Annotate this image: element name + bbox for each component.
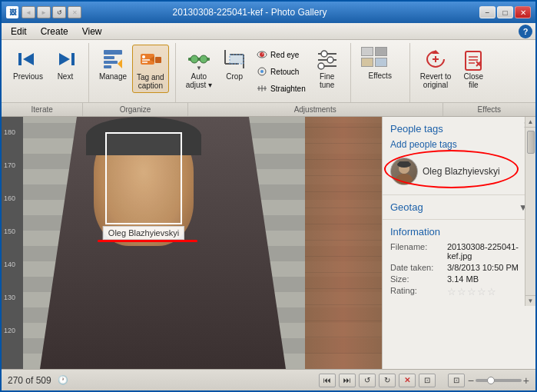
person-name: Oleg Blazhyievskyi (423, 166, 500, 177)
menu-edit[interactable]: Edit (5, 25, 33, 38)
close-file-button[interactable]: Closefile (456, 45, 490, 91)
date-value: 3/8/2013 10:50 PM (447, 263, 519, 272)
nav-last-button[interactable]: ⏭ (339, 374, 356, 387)
size-row: Size: 3.14 MB (390, 274, 528, 284)
geotag-title: Geotag (390, 201, 423, 213)
status-right: ⊡ − + (448, 374, 529, 387)
zoom-slider[interactable]: − + (468, 374, 529, 387)
svg-text:▼: ▼ (196, 65, 202, 71)
fine-tune-icon (315, 47, 340, 71)
nav-rotate-left-button[interactable]: ↺ (359, 374, 376, 387)
auto-adjust-icon: ▼ (187, 47, 211, 71)
menu-create[interactable]: Create (35, 25, 75, 38)
zoom-out-button[interactable]: − (468, 374, 474, 387)
fine-tune-label: Finetune (320, 72, 334, 89)
rbl-adjustments: Adjustments (188, 103, 443, 116)
help-button[interactable]: ? (519, 25, 532, 38)
person-avatar (390, 158, 418, 185)
revert-close-buttons: Revert tooriginal (416, 45, 491, 101)
information-title: Information (390, 226, 528, 238)
previous-button[interactable]: Previous (9, 45, 47, 83)
revert-button[interactable]: Revert tooriginal (416, 45, 456, 91)
close-window-button[interactable]: ✕ (515, 6, 531, 18)
red-eye-button[interactable]: Red eye (253, 47, 309, 62)
zoom-thumb[interactable] (487, 377, 495, 384)
rbl-iterate-label: Iterate (31, 105, 52, 114)
tag-caption-icon (138, 48, 163, 72)
zoom-in-button[interactable]: + (523, 374, 529, 387)
face-label: Oleg Blazhyievskyi (103, 226, 184, 240)
menu-view[interactable]: View (76, 25, 108, 38)
zoom-track[interactable] (476, 379, 522, 382)
scrollbar-thumb[interactable] (527, 131, 535, 154)
filename-value: 20130308-225041-kef.jpg (447, 242, 528, 261)
rbl-organize-label: Organize (120, 105, 151, 114)
previous-icon (15, 47, 40, 71)
effects-label: Effects (357, 71, 403, 80)
next-icon (53, 47, 78, 71)
ribbon-group-effects: Effects (351, 43, 410, 102)
nav-fullscreen-button[interactable]: ⊡ (419, 374, 436, 387)
star-4[interactable]: ☆ (477, 286, 486, 297)
clock-icon: 🕐 (58, 375, 68, 385)
ruler-140: 140 (4, 261, 15, 268)
app-icon: 🖼 (6, 6, 18, 18)
effects-button[interactable] (357, 45, 403, 69)
iterate-buttons: Previous Next (9, 45, 82, 101)
svg-point-28 (260, 70, 264, 73)
geotag-section[interactable]: Geotag ▼ (383, 195, 535, 220)
nav-rotate-right-button[interactable]: ↻ (379, 374, 396, 387)
panel-scrollbar[interactable]: ▲ ▼ (525, 117, 535, 306)
ruler-120: 120 (4, 327, 15, 334)
window-title: 20130308-225041-kef - Photo Gallery (20, 7, 479, 18)
nav-delete-button[interactable]: ✕ (399, 374, 416, 387)
ruler-150: 150 (4, 228, 15, 235)
minimize-button[interactable]: − (479, 6, 496, 18)
panel-inner: ✕ People tags Add people tags (383, 117, 535, 306)
statusbar: 270 of 509 🕐 ⏮ ⏭ ↺ ↻ ✕ ⊡ ⊡ − + (2, 369, 535, 390)
auto-adjust-button[interactable]: ▼ Autoadjust ▾ (182, 45, 216, 91)
people-tags-section: People tags Add people tags (383, 117, 535, 195)
date-row: Date taken: 3/8/2013 10:50 PM (390, 263, 528, 272)
scrollbar-up-button[interactable]: ▲ (525, 117, 536, 128)
svg-point-17 (200, 55, 207, 63)
scrollbar-down-button[interactable]: ▼ (525, 295, 536, 306)
svg-point-26 (262, 53, 264, 55)
crop-button[interactable]: Crop (217, 45, 251, 83)
fine-tune-button[interactable]: Finetune (310, 45, 344, 91)
monitor-button[interactable]: ⊡ (448, 374, 465, 387)
svg-point-49 (396, 174, 413, 184)
retouch-button[interactable]: Retouch (253, 64, 309, 79)
size-label: Size: (390, 274, 444, 284)
svg-rect-52 (399, 161, 409, 166)
star-2[interactable]: ☆ (457, 286, 466, 297)
rating-stars[interactable]: ☆ ☆ ☆ ☆ ☆ (447, 286, 496, 297)
svg-rect-2 (71, 53, 75, 65)
nav-first-button[interactable]: ⏮ (319, 374, 336, 387)
people-tags-title: People tags (390, 123, 528, 135)
straighten-icon (256, 82, 268, 95)
star-3[interactable]: ☆ (467, 286, 476, 297)
star-5[interactable]: ☆ (487, 286, 496, 297)
manage-button[interactable]: Manage (95, 45, 131, 83)
add-people-anchor[interactable]: Add people tags (390, 139, 457, 150)
svg-rect-0 (18, 53, 22, 65)
photo-area[interactable]: 180 170 160 150 140 130 120 (2, 117, 382, 369)
photo-display: 180 170 160 150 140 130 120 (2, 117, 382, 369)
person-tag-oleg: Oleg Blazhyievskyi (390, 154, 528, 188)
retouch-label: Retouch (270, 68, 299, 76)
date-label: Date taken: (390, 263, 444, 272)
crop-icon (222, 47, 247, 71)
photo-count: 270 of 509 (8, 375, 51, 386)
red-eye-label: Red eye (270, 51, 299, 59)
tag-caption-button[interactable]: Tag andcaption (132, 45, 169, 93)
filename-label: Filename: (390, 242, 444, 261)
next-button[interactable]: Next (48, 45, 82, 83)
effects-buttons: Effects (357, 45, 403, 101)
svg-point-38 (318, 63, 324, 69)
star-1[interactable]: ☆ (447, 286, 456, 297)
straighten-button[interactable]: Straighten (253, 81, 309, 96)
maximize-button[interactable]: □ (497, 6, 513, 18)
add-people-link[interactable]: Add people tags (390, 139, 528, 150)
svg-rect-11 (155, 57, 161, 63)
